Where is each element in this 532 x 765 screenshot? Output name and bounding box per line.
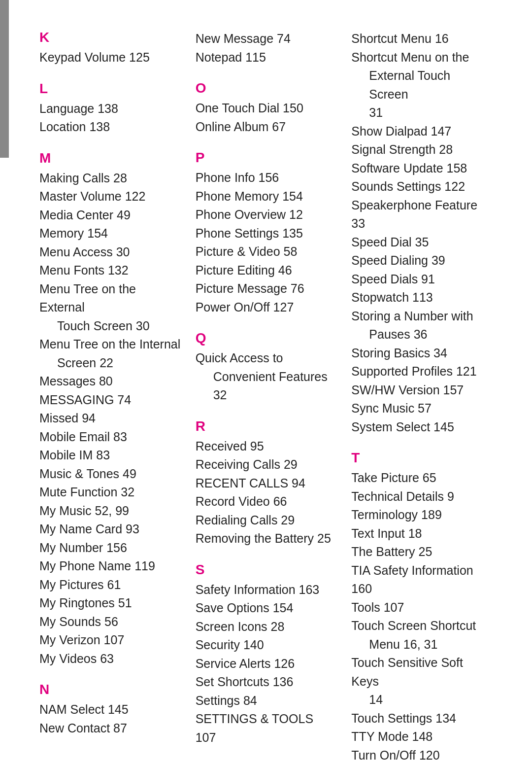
index-section: NNAM Select 145New Contact 87: [39, 682, 181, 737]
index-entry: New Contact 87: [39, 719, 181, 738]
index-entry: Memory 154: [39, 224, 181, 243]
index-entry: Service Alerts 126: [196, 655, 337, 673]
index-section: KKeypad Volume 125: [39, 30, 181, 67]
index-entry: Keypad Volume 125: [39, 48, 181, 67]
index-entry: Media Center 49: [39, 206, 181, 225]
section-letter: K: [39, 30, 181, 45]
index-entry: My Music 52, 99: [39, 502, 181, 521]
section-letter: P: [196, 150, 337, 166]
index-section: PPhone Info 156Phone Memory 154Phone Ove…: [196, 150, 337, 316]
index-entry: Phone Info 156: [196, 169, 337, 187]
index-entry: Speed Dialing 39: [351, 251, 493, 270]
index-entry: SETTINGS & TOOLS 107: [196, 710, 337, 747]
index-entry: Set Shortcuts 136: [196, 673, 337, 692]
index-entry: Received 95: [196, 437, 337, 456]
index-entry: Screen 22: [39, 354, 181, 373]
index-section: New Message 74Notepad 115: [196, 30, 337, 67]
index-entry: Touch Screen Shortcut: [351, 617, 493, 635]
index-entry: Security 140: [196, 636, 337, 655]
index-section: MMaking Calls 28Master Volume 122Media C…: [39, 150, 181, 668]
index-entry: Technical Details 9: [351, 487, 493, 506]
index-entry: Settings 84: [196, 692, 337, 710]
index-entry: My Phone Name 119: [39, 557, 181, 576]
index-section: TTake Picture 65Technical Details 9Termi…: [351, 450, 493, 765]
index-entry: Language 138: [39, 100, 181, 118]
index-entry: Shortcut Menu 16: [351, 30, 493, 48]
index-entry: Take Picture 65: [351, 469, 493, 487]
index-entry: System Select 145: [351, 418, 493, 437]
index-entry: RECENT CALLS 94: [196, 474, 337, 493]
index-entry: Speed Dial 35: [351, 233, 493, 252]
index-entry: Convenient Features 32: [196, 368, 337, 405]
index-entry: Tools 107: [351, 598, 493, 617]
index-entry: Picture Editing 46: [196, 261, 337, 280]
index-entry: 31: [351, 104, 493, 122]
index-entry: Mute Function 32: [39, 483, 181, 502]
index-entry: Sync Music 57: [351, 399, 493, 418]
index-entry: Quick Access to: [196, 349, 337, 368]
left-bar: [0, 0, 9, 158]
index-entry: Removing the Battery 25: [196, 529, 337, 548]
index-entry: Messages 80: [39, 372, 181, 391]
index-section: QQuick Access toConvenient Features 32: [196, 330, 337, 405]
index-entry: External Touch Screen: [351, 67, 493, 104]
section-letter: N: [39, 682, 181, 697]
index-entry: 14: [351, 691, 493, 709]
index-entry: New Message 74: [196, 30, 337, 48]
index-entry: Show Dialpad 147: [351, 122, 493, 141]
index-entry: My Videos 63: [39, 650, 181, 668]
index-entry: TTY Mode 148: [351, 728, 493, 746]
section-letter: L: [39, 81, 181, 97]
index-entry: Save Options 154: [196, 599, 337, 618]
index-entry: Text Input 18: [351, 524, 493, 543]
index-entry: Redialing Calls 29: [196, 511, 337, 530]
index-entry: Location 138: [39, 118, 181, 137]
index-section: OOne Touch Dial 150Online Album 67: [196, 80, 337, 136]
index-section: LLanguage 138Location 138: [39, 81, 181, 137]
index-entry: Power On/Off 127: [196, 298, 337, 317]
section-letter: R: [196, 418, 337, 434]
index-entry: Storing Basics 34: [351, 344, 493, 363]
index-entry: SW/HW Version 157: [351, 381, 493, 400]
index-section: SSafety Information 163Save Options 154S…: [196, 562, 337, 747]
index-entry: Safety Information 163: [196, 581, 337, 599]
index-entry: Speakerphone Feature 33: [351, 196, 493, 233]
section-letter: O: [196, 80, 337, 96]
index-entry: Menu Access 30: [39, 243, 181, 262]
index-entry: Master Volume 122: [39, 187, 181, 206]
index-entry: Picture Message 76: [196, 279, 337, 298]
section-letter: M: [39, 150, 181, 166]
index-entry: My Pictures 61: [39, 576, 181, 594]
index-entry: Terminology 189: [351, 506, 493, 524]
index-entry: My Sounds 56: [39, 613, 181, 631]
column-2: New Message 74Notepad 115OOne Touch Dial…: [196, 30, 352, 765]
index-section: RReceived 95Receiving Calls 29RECENT CAL…: [196, 418, 337, 548]
section-letter: Q: [196, 330, 337, 346]
index-entry: TIA Safety Information 160: [351, 561, 493, 598]
index-entry: Software Update 158: [351, 159, 493, 178]
index-entry: Phone Overview 12: [196, 206, 337, 224]
index-entry: Mobile Email 83: [39, 428, 181, 447]
index-entry: Signal Strength 28: [351, 140, 493, 159]
index-entry: Speed Dials 91: [351, 270, 493, 289]
column-3: Shortcut Menu 16Shortcut Menu on theExte…: [351, 30, 493, 765]
index-entry: Mobile IM 83: [39, 446, 181, 465]
index-entry: Phone Memory 154: [196, 187, 337, 206]
index-entry: Turn On/Off 120: [351, 746, 493, 765]
index-entry: Storing a Number with: [351, 307, 493, 326]
index-entry: Sounds Settings 122: [351, 177, 493, 196]
index-entry: Menu Tree on the Internal: [39, 335, 181, 354]
page-container: KKeypad Volume 125LLanguage 138Location …: [0, 0, 532, 765]
index-entry: Phone Settings 135: [196, 224, 337, 243]
index-entry: Pauses 36: [351, 325, 493, 344]
index-entry: Shortcut Menu on the: [351, 48, 493, 67]
index-entry: My Name Card 93: [39, 520, 181, 539]
index-entry: Missed 94: [39, 409, 181, 428]
index-entry: Making Calls 28: [39, 169, 181, 188]
index-entry: Menu Fonts 132: [39, 261, 181, 280]
columns: KKeypad Volume 125LLanguage 138Location …: [39, 30, 493, 765]
index-entry: The Battery 25: [351, 543, 493, 561]
index-entry: Record Video 66: [196, 492, 337, 511]
section-letter: S: [196, 562, 337, 578]
index-entry: Menu Tree on the External: [39, 280, 181, 317]
